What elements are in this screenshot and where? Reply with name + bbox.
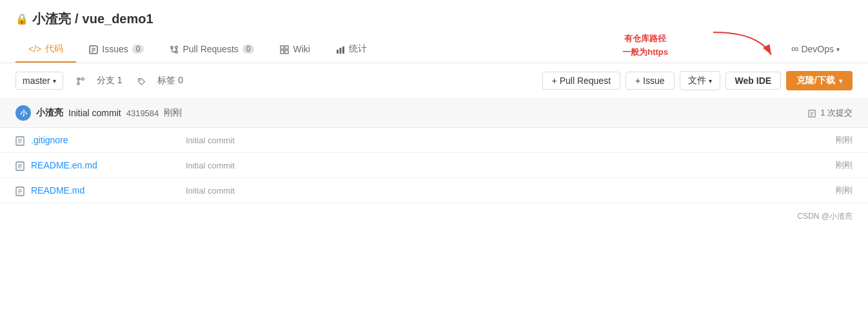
clone-chevron-icon: ▾ bbox=[839, 77, 842, 85]
repo-owner[interactable]: 小渣亮 bbox=[32, 10, 71, 28]
tab-issues[interactable]: Issues 0 bbox=[76, 37, 157, 62]
commit-count: 1 次提交 bbox=[820, 107, 853, 119]
files-btn-label: 文件 bbox=[688, 75, 706, 86]
commit-author[interactable]: 小渣亮 bbox=[36, 107, 63, 119]
file-name[interactable]: README.en.md bbox=[31, 160, 160, 170]
svg-point-21 bbox=[139, 79, 141, 81]
file-time: 刚刚 bbox=[814, 185, 853, 196]
tag-icon bbox=[137, 76, 147, 86]
file-time: 刚刚 bbox=[814, 134, 853, 146]
commit-row: 小 小渣亮 Initial commit 4319584 刚刚 1 次提交 bbox=[0, 99, 868, 128]
pull-request-button[interactable]: + Pull Request bbox=[542, 72, 620, 90]
repo-name[interactable]: vue_demo1 bbox=[83, 12, 153, 26]
svg-point-5 bbox=[171, 46, 173, 49]
branch-count: 分支 1 bbox=[97, 75, 123, 86]
tab-stats[interactable]: 统计 bbox=[323, 37, 380, 63]
file-icon bbox=[15, 185, 25, 196]
branch-info: 分支 1 标签 0 bbox=[76, 75, 183, 86]
avatar-initial: 小 bbox=[20, 108, 27, 118]
file-name[interactable]: README.md bbox=[31, 185, 160, 196]
file-commit-message: Initial commit bbox=[160, 161, 814, 170]
stats-icon bbox=[336, 44, 345, 54]
table-row: .gitignore Initial commit 刚刚 bbox=[0, 128, 868, 153]
repo-toolbar: master ▾ 分支 1 bbox=[0, 63, 868, 99]
svg-rect-11 bbox=[285, 46, 288, 49]
tab-stats-label: 统计 bbox=[349, 43, 367, 55]
svg-point-7 bbox=[175, 46, 178, 49]
clone-button[interactable]: 克隆/下载 ▾ bbox=[786, 71, 853, 90]
branch-chevron-icon: ▾ bbox=[53, 77, 56, 85]
issues-icon bbox=[89, 44, 98, 54]
wiki-icon bbox=[280, 44, 289, 54]
commit-message: Initial commit bbox=[68, 108, 121, 118]
footer-text: CSDN @小渣亮 bbox=[797, 212, 853, 221]
file-list: .gitignore Initial commit 刚刚 README.en.m… bbox=[0, 128, 868, 203]
files-button[interactable]: 文件 ▾ bbox=[680, 71, 720, 90]
commit-right: 1 次提交 bbox=[807, 107, 853, 119]
pr-badge: 0 bbox=[242, 45, 255, 54]
clone-btn-label: 克隆/下载 bbox=[796, 75, 835, 86]
svg-point-18 bbox=[77, 83, 80, 85]
page-footer: CSDN @小渣亮 bbox=[0, 203, 868, 230]
web-ide-button[interactable]: Web IDE bbox=[725, 72, 782, 90]
branch-selector[interactable]: master ▾ bbox=[15, 72, 63, 90]
devops-icon: ∞ bbox=[791, 43, 798, 55]
file-time: 刚刚 bbox=[814, 159, 853, 171]
tab-pr-label: Pull Requests bbox=[182, 44, 238, 54]
tab-issues-label: Issues bbox=[102, 44, 128, 54]
devops-chevron-icon: ▾ bbox=[836, 46, 840, 53]
tab-code-label: 代码 bbox=[45, 43, 63, 55]
page-wrapper: 有仓库路径 一般为https 🔒 小渣亮 / vue_demo1 </> 代 bbox=[0, 0, 868, 230]
issue-button[interactable]: + Issue bbox=[626, 72, 675, 90]
file-name[interactable]: .gitignore bbox=[31, 135, 160, 145]
code-icon: </> bbox=[28, 44, 41, 54]
commit-left: 小 小渣亮 Initial commit 4319584 刚刚 bbox=[15, 105, 182, 121]
file-icon bbox=[15, 134, 25, 146]
repo-header: 🔒 小渣亮 / vue_demo1 </> 代码 bbox=[0, 0, 868, 63]
toolbar-left: master ▾ 分支 1 bbox=[15, 72, 183, 90]
svg-rect-12 bbox=[281, 50, 284, 54]
svg-rect-14 bbox=[337, 50, 339, 54]
repo-nav: </> 代码 Issues 0 bbox=[15, 37, 853, 63]
table-row: README.md Initial commit 刚刚 bbox=[0, 178, 868, 203]
svg-rect-16 bbox=[342, 46, 344, 54]
file-icon bbox=[15, 159, 25, 171]
avatar: 小 bbox=[15, 105, 31, 121]
tab-code[interactable]: </> 代码 bbox=[15, 37, 76, 63]
commit-time: 刚刚 bbox=[164, 107, 182, 119]
table-row: README.en.md Initial commit 刚刚 bbox=[0, 153, 868, 178]
tab-wiki[interactable]: Wiki bbox=[267, 37, 322, 62]
branch-name: master bbox=[23, 76, 50, 86]
svg-point-6 bbox=[175, 51, 178, 54]
tag-count: 标签 0 bbox=[157, 75, 183, 86]
repo-separator: / bbox=[75, 12, 79, 26]
commit-count-icon bbox=[807, 108, 816, 118]
commit-hash[interactable]: 4319584 bbox=[126, 108, 159, 118]
branch-icon bbox=[76, 76, 86, 86]
repo-title: 🔒 小渣亮 / vue_demo1 bbox=[15, 10, 853, 28]
pr-icon bbox=[170, 44, 179, 54]
svg-rect-15 bbox=[339, 48, 341, 54]
file-commit-message: Initial commit bbox=[160, 186, 814, 196]
tab-devops[interactable]: ∞ DevOps ▾ bbox=[778, 37, 853, 63]
lock-icon: 🔒 bbox=[15, 13, 28, 25]
tab-wiki-label: Wiki bbox=[293, 44, 310, 54]
file-commit-message: Initial commit bbox=[160, 136, 814, 145]
issues-badge: 0 bbox=[132, 45, 144, 54]
tab-pull-requests[interactable]: Pull Requests 0 bbox=[157, 37, 267, 62]
svg-point-19 bbox=[82, 78, 84, 81]
svg-rect-13 bbox=[285, 50, 288, 54]
svg-rect-10 bbox=[281, 46, 284, 49]
toolbar-right: + Pull Request + Issue 文件 ▾ Web IDE 克隆/下… bbox=[542, 71, 853, 90]
files-chevron-icon: ▾ bbox=[709, 77, 712, 85]
tab-devops-label: DevOps bbox=[801, 44, 834, 54]
